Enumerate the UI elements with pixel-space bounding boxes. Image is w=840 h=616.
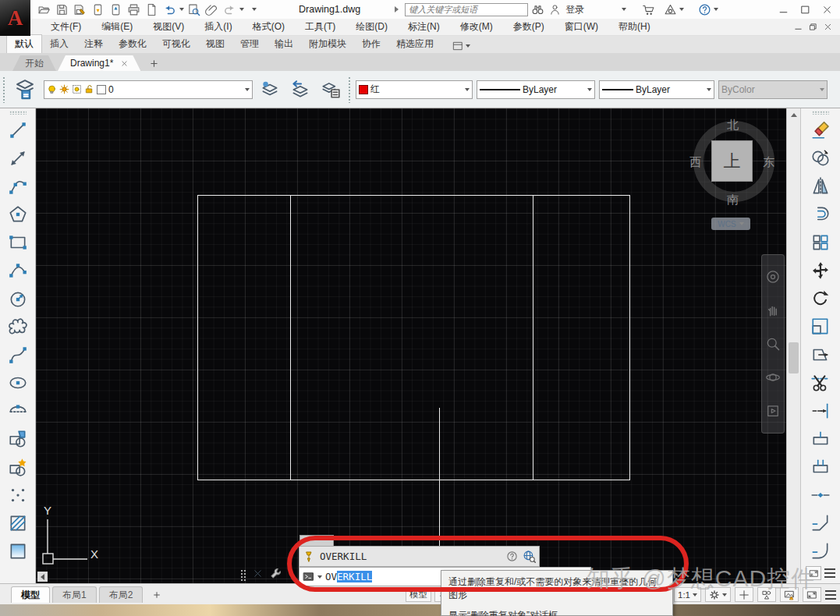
pan-icon[interactable]	[765, 303, 781, 318]
lineweight-combobox[interactable]: ByLayer	[477, 80, 595, 99]
file-tab-start[interactable]: 开始	[12, 55, 56, 71]
draw-construction-line-button[interactable]	[5, 145, 31, 171]
qat-redo-button[interactable]	[222, 2, 238, 17]
search-button[interactable]	[530, 2, 545, 17]
scrollbar-up-icon[interactable]	[789, 110, 799, 119]
modify-copy-button[interactable]	[807, 145, 834, 171]
qat-transfer-button[interactable]	[108, 2, 124, 17]
qat-open-button[interactable]	[36, 2, 52, 17]
ribbon-tab-8[interactable]: 附加模块	[301, 35, 354, 53]
viewcube-north-label[interactable]: 北	[727, 118, 739, 133]
ribbon-tab-7[interactable]: 输出	[267, 35, 301, 53]
drawn-rectangle[interactable]	[197, 195, 630, 480]
ribbon-tab-3[interactable]: 参数化	[111, 35, 154, 53]
modify-scale-button[interactable]	[807, 313, 834, 339]
ribbon-tab-6[interactable]: 管理	[232, 35, 267, 53]
modify-extend-button[interactable]	[807, 398, 834, 423]
help-button[interactable]	[696, 2, 712, 17]
qat-undo-caret-icon[interactable]	[179, 8, 184, 11]
toolbar-menu-icon[interactable]	[824, 568, 835, 578]
modify-join-button[interactable]	[807, 482, 834, 508]
settings-gear-button[interactable]	[705, 587, 731, 602]
menu-item-1[interactable]: 编辑(E)	[91, 20, 143, 34]
orbit-icon[interactable]	[765, 370, 781, 385]
toolbar-grip[interactable]	[2, 76, 6, 103]
annotation-monitor-button[interactable]	[780, 587, 799, 602]
qat-print-button[interactable]	[126, 2, 142, 17]
layer-properties-manager-button[interactable]	[10, 75, 40, 104]
layer-combo-caret-icon[interactable]	[245, 88, 250, 91]
crosshair-button[interactable]	[735, 587, 753, 602]
ribbon-tab-5[interactable]: 视图	[198, 35, 232, 53]
qat-new-file-button[interactable]	[144, 2, 160, 17]
app-store-button[interactable]	[662, 2, 678, 17]
help-caret-icon[interactable]	[714, 8, 718, 11]
zoom-icon[interactable]	[765, 336, 781, 352]
ribbon-tab-0[interactable]: 默认	[6, 34, 42, 53]
drawn-line-0[interactable]	[290, 195, 291, 480]
draw-polyline-button[interactable]	[5, 173, 31, 199]
draw-polygon-button[interactable]	[5, 201, 31, 227]
customization-menu-icon[interactable]	[825, 590, 836, 600]
menu-item-2[interactable]: 视图(V)	[143, 20, 194, 34]
modify-fillet-button[interactable]	[807, 538, 834, 564]
previous-layer-button[interactable]	[287, 75, 314, 104]
new-layout-button[interactable]	[150, 588, 164, 602]
command-dock-customize-icon[interactable]	[270, 567, 283, 580]
toolbar-expand-button[interactable]	[806, 566, 821, 580]
user-icon[interactable]	[547, 2, 562, 17]
layout-tab-0[interactable]: 模型	[11, 586, 50, 603]
show-motion-icon[interactable]	[765, 403, 781, 419]
draw-insert-block-button[interactable]	[5, 426, 31, 451]
recent-commands-caret-icon[interactable]	[317, 575, 322, 579]
doc-close-button[interactable]	[824, 23, 832, 31]
modify-break-at-point-button[interactable]	[807, 426, 834, 451]
command-help-icon[interactable]	[506, 551, 518, 562]
draw-ellipse-button[interactable]	[5, 370, 31, 395]
store-cart-button[interactable]	[640, 2, 656, 17]
viewcube-top-face[interactable]: 上	[711, 140, 753, 182]
modify-mirror-button[interactable]	[807, 173, 834, 199]
maximize-button[interactable]	[798, 3, 812, 16]
draw-elliptical-arc-button[interactable]	[5, 398, 31, 423]
viewcube-south-label[interactable]: 南	[727, 193, 739, 207]
linetype-combo-caret-icon[interactable]	[707, 88, 711, 91]
menu-item-10[interactable]: 窗口(W)	[555, 20, 608, 34]
draw-hatch-button[interactable]	[5, 510, 31, 536]
qat-preview-button[interactable]	[186, 2, 202, 17]
minimize-button[interactable]	[776, 3, 790, 16]
command-dock-grip[interactable]	[240, 569, 246, 581]
wcs-dropdown[interactable]: WCS	[711, 218, 750, 230]
draw-rectangle-button[interactable]	[5, 229, 31, 255]
qat-save-mobile-button[interactable]	[90, 2, 106, 17]
modify-toolbar-grip[interactable]	[812, 111, 829, 115]
qat-customize-caret-icon[interactable]	[252, 8, 257, 11]
file-tab-drawing1[interactable]: Drawing1*	[58, 55, 140, 71]
model-space-button[interactable]: 模型	[406, 587, 431, 602]
app-logo-button[interactable]: A	[0, 0, 30, 36]
lineweight-combo-caret-icon[interactable]	[587, 88, 592, 91]
modify-stretch-button[interactable]	[807, 342, 834, 367]
app-store-caret-icon[interactable]	[679, 8, 684, 11]
color-combo-caret-icon[interactable]	[465, 88, 470, 91]
qat-undo-button[interactable]	[161, 2, 178, 17]
doc-restore-button[interactable]	[809, 23, 817, 31]
drawn-line-1[interactable]	[533, 195, 533, 480]
vertical-scrollbar[interactable]	[786, 108, 800, 583]
drawing-canvas[interactable]: 上 北 西 东 南 WCS Y X	[36, 108, 786, 583]
suggested-command[interactable]: OVERKILL	[320, 551, 367, 562]
internet-search-icon[interactable]	[523, 550, 536, 563]
navigation-wheel-icon[interactable]	[765, 269, 781, 285]
scrollbar-thumb[interactable]	[789, 342, 799, 373]
ribbon-display-toggle[interactable]	[452, 41, 470, 51]
new-drawing-tab-button[interactable]	[147, 56, 161, 70]
toolbar-grip[interactable]	[348, 76, 352, 103]
draw-toolbar-grip[interactable]	[9, 111, 27, 115]
qat-attach-button[interactable]	[204, 2, 220, 17]
command-dock-close-icon[interactable]	[253, 568, 263, 579]
ribbon-tab-2[interactable]: 注释	[76, 35, 111, 53]
scroll-left-button[interactable]	[37, 572, 48, 582]
modify-offset-button[interactable]	[807, 201, 834, 227]
modify-move-button[interactable]	[807, 257, 834, 283]
sign-in-link[interactable]: 登录	[565, 3, 584, 16]
